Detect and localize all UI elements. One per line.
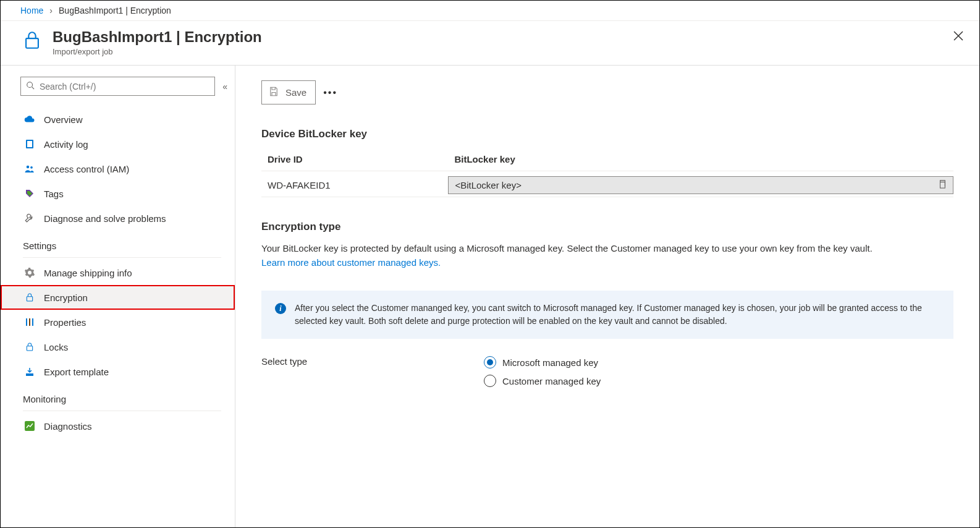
svg-rect-3 xyxy=(27,141,32,147)
col-bitlocker-key: BitLocker key xyxy=(448,149,953,171)
cloud-icon xyxy=(24,114,35,125)
close-button[interactable] xyxy=(951,28,966,45)
bitlocker-key-field[interactable]: <BitLocker key> xyxy=(448,176,953,194)
nav-label: Access control (IAM) xyxy=(44,164,129,174)
nav-section-monitoring: Monitoring xyxy=(1,384,235,408)
nav-label: Tags xyxy=(44,189,64,199)
chart-icon xyxy=(24,420,35,432)
radio-icon xyxy=(484,356,496,368)
svg-rect-10 xyxy=(27,346,32,351)
table-row: WD-AFAKEID1 <BitLocker key> xyxy=(261,171,953,197)
page-subtitle: Import/export job xyxy=(53,47,262,56)
properties-icon xyxy=(24,317,35,328)
page-header: BugBashImport1 | Encryption Import/expor… xyxy=(1,21,979,66)
breadcrumb: Home › BugBashImport1 | Encryption xyxy=(1,1,979,21)
nav-access-control[interactable]: Access control (IAM) xyxy=(1,156,235,181)
copy-icon[interactable] xyxy=(938,179,947,191)
svg-rect-11 xyxy=(26,373,33,376)
nav-diagnostics[interactable]: Diagnostics xyxy=(1,414,235,438)
save-icon xyxy=(268,86,279,99)
radio-label: Microsoft managed key xyxy=(502,357,598,368)
main-content: Save ••• Device BitLocker key Drive ID B… xyxy=(235,66,979,527)
svg-rect-7 xyxy=(26,318,27,326)
svg-rect-13 xyxy=(940,182,945,189)
nav-label: Properties xyxy=(44,317,86,328)
encryption-desc: Your BitLocker key is protected by defau… xyxy=(261,243,872,253)
nav-label: Locks xyxy=(44,342,68,352)
chevron-right-icon: › xyxy=(49,6,53,15)
nav-label: Overview xyxy=(44,114,83,125)
drive-id-cell: WD-AFAKEID1 xyxy=(261,171,448,197)
radio-label: Customer managed key xyxy=(502,376,601,386)
nav-label: Diagnose and solve problems xyxy=(44,213,166,224)
nav-diagnose[interactable]: Diagnose and solve problems xyxy=(1,206,235,231)
lock-icon xyxy=(22,30,43,53)
nav-properties[interactable]: Properties xyxy=(1,310,235,334)
nav-tags[interactable]: Tags xyxy=(1,181,235,206)
svg-rect-9 xyxy=(32,318,33,326)
nav-label: Encryption xyxy=(44,292,88,303)
sidebar: « Overview Activity log Access control (… xyxy=(1,66,235,527)
gear-icon xyxy=(24,267,35,278)
lock-icon xyxy=(24,292,35,303)
radio-microsoft-managed[interactable]: Microsoft managed key xyxy=(484,356,601,368)
nav-label: Diagnostics xyxy=(44,421,92,432)
nav-label: Activity log xyxy=(44,139,88,150)
search-icon xyxy=(26,81,35,92)
log-icon xyxy=(24,138,35,150)
page-title: BugBashImport1 | Encryption xyxy=(53,28,262,46)
wrench-icon xyxy=(24,213,35,224)
encryption-type-heading: Encryption type xyxy=(261,221,953,233)
tag-icon xyxy=(24,188,35,199)
nav-overview[interactable]: Overview xyxy=(1,107,235,132)
svg-rect-8 xyxy=(29,318,30,326)
svg-point-5 xyxy=(30,166,33,169)
svg-point-4 xyxy=(27,166,30,169)
search-input[interactable] xyxy=(20,77,215,96)
nav-section-settings: Settings xyxy=(1,231,235,255)
info-box: i After you select the Customer mananged… xyxy=(261,291,953,339)
people-icon xyxy=(24,163,35,174)
save-button[interactable]: Save xyxy=(261,80,316,104)
save-label: Save xyxy=(285,87,306,98)
nav-shipping-info[interactable]: Manage shipping info xyxy=(1,260,235,285)
col-drive-id: Drive ID xyxy=(261,149,448,171)
divider xyxy=(23,257,221,258)
breadcrumb-home[interactable]: Home xyxy=(20,6,43,15)
bitlocker-table: Drive ID BitLocker key WD-AFAKEID1 <BitL… xyxy=(261,149,953,197)
toolbar: Save ••• xyxy=(261,80,953,104)
info-text: After you select the Customer mananged k… xyxy=(295,302,941,328)
nav-locks[interactable]: Locks xyxy=(1,334,235,359)
more-button[interactable]: ••• xyxy=(323,87,337,98)
nav-label: Manage shipping info xyxy=(44,268,132,278)
divider xyxy=(23,411,221,411)
nav-encryption[interactable]: Encryption xyxy=(1,285,235,310)
nav-activity-log[interactable]: Activity log xyxy=(1,132,235,156)
breadcrumb-current: BugBashImport1 | Encryption xyxy=(59,6,171,15)
svg-rect-6 xyxy=(27,297,32,301)
bitlocker-heading: Device BitLocker key xyxy=(261,128,953,140)
bitlocker-key-value: <BitLocker key> xyxy=(455,180,522,190)
nav-label: Export template xyxy=(44,367,109,377)
download-icon xyxy=(24,366,35,377)
info-icon: i xyxy=(275,303,286,314)
svg-point-1 xyxy=(27,82,33,88)
lock-icon xyxy=(24,341,35,352)
select-type-label: Select type xyxy=(261,356,484,387)
learn-more-link[interactable]: Learn more about customer managed keys. xyxy=(261,257,441,268)
radio-customer-managed[interactable]: Customer managed key xyxy=(484,375,601,387)
nav-export-template[interactable]: Export template xyxy=(1,359,235,384)
svg-rect-0 xyxy=(26,38,38,48)
collapse-sidebar-button[interactable]: « xyxy=(222,82,227,92)
radio-icon xyxy=(484,375,496,387)
